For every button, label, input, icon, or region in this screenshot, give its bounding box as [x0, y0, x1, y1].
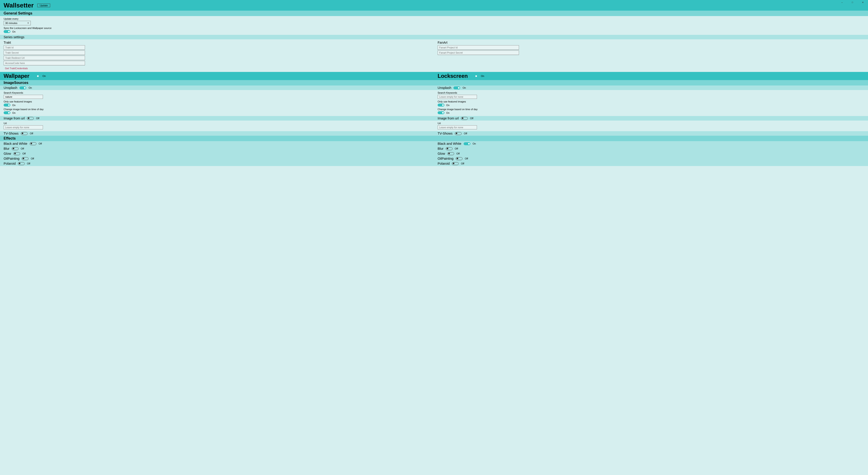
- ls-unsplash-state: On: [463, 86, 466, 89]
- wp-polaroid-label: Polaroid: [4, 162, 16, 165]
- wp-oil-label: OilPainting: [4, 157, 20, 160]
- ls-featured-state: On: [446, 104, 450, 107]
- ls-unsplash-toggle[interactable]: [454, 86, 460, 89]
- wp-bw-label: Black and White: [4, 142, 27, 145]
- lockscreen-toggle[interactable]: [471, 75, 477, 78]
- wp-unsplash-toggle[interactable]: [20, 86, 26, 89]
- ls-timeofday-toggle[interactable]: [438, 111, 444, 114]
- ls-bw-toggle[interactable]: [464, 142, 470, 145]
- minimize-button[interactable]: –: [837, 0, 847, 4]
- wp-bw-state: Off: [39, 142, 42, 145]
- ls-featured-label: Only use featured images: [438, 100, 864, 103]
- sync-toggle[interactable]: [4, 30, 10, 33]
- ls-url-input[interactable]: [438, 125, 477, 129]
- ls-tvshows-title: TV-Shows: [438, 131, 453, 135]
- update-button[interactable]: Update: [37, 4, 50, 7]
- wp-glow-toggle[interactable]: [13, 152, 20, 155]
- wp-oil-toggle[interactable]: [22, 157, 29, 160]
- trakt-title: Trakt: [4, 41, 430, 44]
- wp-blur-label: Blur: [4, 147, 9, 150]
- wp-imgurl-state: Off: [36, 117, 39, 120]
- trakt-accesscode-input[interactable]: [4, 61, 85, 65]
- ls-timeofday-state: On: [446, 112, 450, 114]
- wp-unsplash-state: On: [29, 86, 32, 89]
- ls-bw-state: On: [473, 142, 476, 145]
- trakt-secret-input[interactable]: [4, 51, 85, 55]
- ls-tvshows-toggle[interactable]: [455, 132, 462, 135]
- wp-url-label: Url: [4, 122, 430, 125]
- wp-imgurl-toggle[interactable]: [27, 117, 34, 120]
- get-trakt-credentials-link[interactable]: Get TraktCredentials: [4, 66, 29, 70]
- ls-glow-label: Glow: [438, 152, 445, 155]
- close-button[interactable]: ✕: [858, 0, 868, 4]
- lockscreen-state: On: [481, 75, 484, 77]
- ls-polaroid-toggle[interactable]: [452, 162, 459, 165]
- ls-blur-state: Off: [455, 147, 458, 150]
- trakt-redirect-input[interactable]: [4, 56, 85, 60]
- titlebar: Wallsetter Update – □ ✕: [0, 0, 868, 11]
- wp-featured-toggle[interactable]: [4, 103, 10, 107]
- wp-glow-state: Off: [22, 152, 26, 155]
- lockscreen-title: Lockscreen: [438, 73, 468, 79]
- wallpaper-state: On: [42, 75, 46, 77]
- ls-featured-toggle[interactable]: [438, 103, 444, 107]
- fanart-id-input[interactable]: [438, 45, 519, 50]
- wp-imgurl-title: Image from url: [4, 117, 25, 120]
- ls-keywords-input[interactable]: [438, 95, 477, 99]
- ls-bw-label: Black and White: [438, 142, 461, 145]
- wp-blur-state: Off: [21, 147, 24, 150]
- wp-tvshows-title: TV-Shows: [4, 131, 19, 135]
- wallpaper-title: Wallpaper: [4, 73, 29, 79]
- wp-featured-label: Only use featured images: [4, 100, 430, 103]
- wp-oil-state: Off: [31, 157, 34, 160]
- trakt-id-input[interactable]: [4, 45, 85, 50]
- ls-timeofday-label: Change image based on time of day: [438, 108, 864, 111]
- wp-tvshows-toggle[interactable]: [21, 132, 28, 135]
- wp-url-input[interactable]: [4, 125, 43, 129]
- wp-bw-toggle[interactable]: [30, 142, 36, 145]
- ls-tvshows-state: Off: [464, 132, 467, 135]
- general-settings-body: Update every 30 minutes ▼ Sync the Locks…: [0, 16, 868, 35]
- ls-imgurl-toggle[interactable]: [461, 117, 468, 120]
- sync-state: On: [12, 30, 16, 33]
- wp-featured-state: On: [12, 104, 16, 107]
- ls-url-label: Url: [438, 122, 864, 125]
- wp-polaroid-state: Off: [27, 162, 30, 165]
- update-every-value: 30 minutes: [5, 22, 18, 24]
- wp-keywords-input[interactable]: [4, 95, 43, 99]
- wp-timeofday-toggle[interactable]: [4, 111, 10, 114]
- ls-oil-toggle[interactable]: [456, 157, 463, 160]
- wp-keywords-label: Search Keywords: [4, 91, 430, 94]
- imagesources-header: ImageSources: [0, 80, 434, 86]
- wp-blur-toggle[interactable]: [12, 147, 19, 150]
- ls-unsplash-title: Unsplash: [438, 86, 451, 90]
- wp-glow-label: Glow: [4, 152, 11, 155]
- fanart-secret-input[interactable]: [438, 51, 519, 55]
- wp-polaroid-toggle[interactable]: [18, 162, 25, 165]
- app-title: Wallsetter: [4, 2, 34, 9]
- ls-blur-label: Blur: [438, 147, 443, 150]
- ls-oil-state: Off: [465, 157, 468, 160]
- ls-keywords-label: Search Keywords: [438, 91, 864, 94]
- chevron-down-icon: ▼: [27, 22, 29, 24]
- update-every-dropdown[interactable]: 30 minutes ▼: [4, 21, 31, 25]
- general-settings-header: General Settings: [0, 11, 868, 16]
- maximize-button[interactable]: □: [847, 0, 858, 4]
- ls-glow-state: Off: [456, 152, 460, 155]
- window-controls: – □ ✕: [837, 0, 868, 4]
- ls-polaroid-state: Off: [461, 162, 464, 165]
- series-settings-header: Series settings: [0, 35, 868, 39]
- sync-label: Sync the Lockscreen and Wallpaper source: [4, 27, 864, 29]
- update-every-label: Update every: [4, 18, 864, 20]
- effects-header: Effects: [0, 136, 434, 141]
- wp-tvshows-state: Off: [30, 132, 33, 135]
- wallpaper-toggle[interactable]: [33, 75, 39, 78]
- fanart-title: FanArt: [438, 41, 864, 44]
- ls-polaroid-label: Polaroid: [438, 162, 450, 165]
- ls-glow-toggle[interactable]: [447, 152, 454, 155]
- wp-timeofday-state: On: [12, 112, 16, 114]
- ls-imgurl-state: Off: [470, 117, 473, 120]
- ls-oil-label: OilPainting: [438, 157, 454, 160]
- ls-blur-toggle[interactable]: [446, 147, 453, 150]
- wp-unsplash-title: Unsplash: [4, 86, 17, 90]
